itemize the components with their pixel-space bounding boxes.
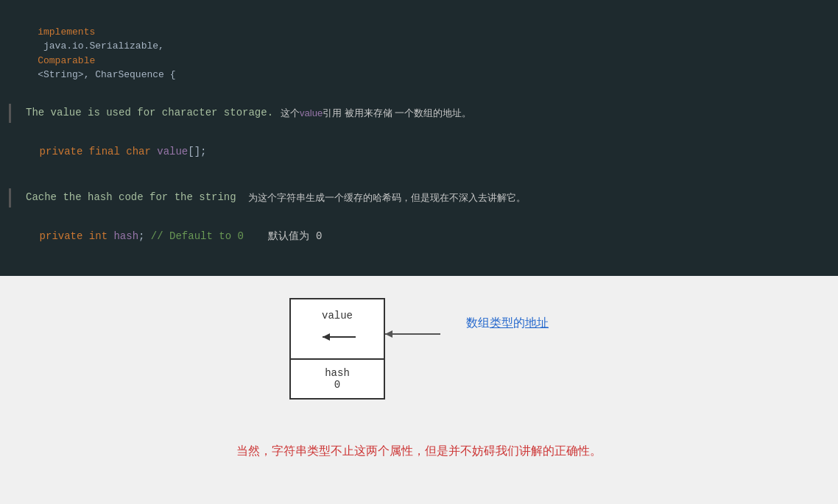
code-block: implements java.io.Serializable, Compara…: [0, 0, 838, 276]
arrow-icon: [315, 326, 359, 348]
diagram-container: value hash 0 数组类型的地址: [289, 298, 549, 400]
hash-cell: hash 0: [291, 360, 384, 398]
implements-line: implements java.io.Serializable, Compara…: [0, 7, 838, 99]
comment1-zh: 这个value引用 被用来存储 一个数组的地址。: [281, 107, 471, 120]
comment2-block: Cache the hash code for the string 为这个字符…: [9, 188, 838, 207]
memory-box: value hash 0: [289, 298, 385, 400]
label-type[interactable]: 类型: [490, 316, 513, 331]
label-address[interactable]: 地址: [525, 316, 549, 331]
value-cell: value: [291, 299, 384, 360]
diagram-label: 数组类型的地址: [466, 316, 549, 331]
diagram-section: value hash 0 数组类型的地址: [0, 276, 838, 414]
external-arrow-icon: [385, 316, 451, 352]
svg-marker-3: [385, 330, 392, 338]
code-line2: private int hash; // Default to 0 默认值为 0: [0, 212, 838, 261]
bottom-text: 当然，字符串类型不止这两个属性，但是并不妨碍我们讲解的正确性。: [0, 444, 838, 459]
comment2-en: Cache the hash code for the string: [26, 191, 236, 203]
svg-marker-1: [323, 333, 330, 341]
comment2-zh: 为这个字符串生成一个缓存的哈希码，但是现在不深入去讲解它。: [244, 191, 526, 205]
comment1-block: The value is used for character storage.…: [9, 104, 838, 123]
code-line1: private final char value[];: [0, 127, 838, 177]
comment1-en: The value is used for character storage.: [26, 107, 273, 118]
